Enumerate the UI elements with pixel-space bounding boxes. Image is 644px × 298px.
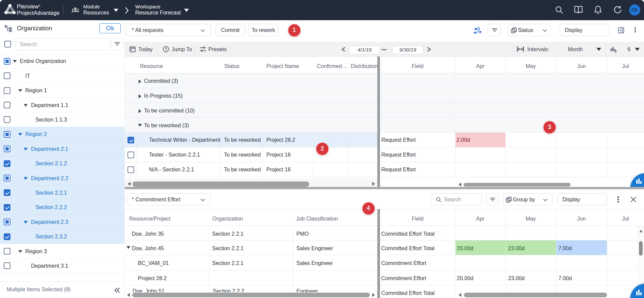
- svg-text:#: #: [615, 49, 617, 53]
